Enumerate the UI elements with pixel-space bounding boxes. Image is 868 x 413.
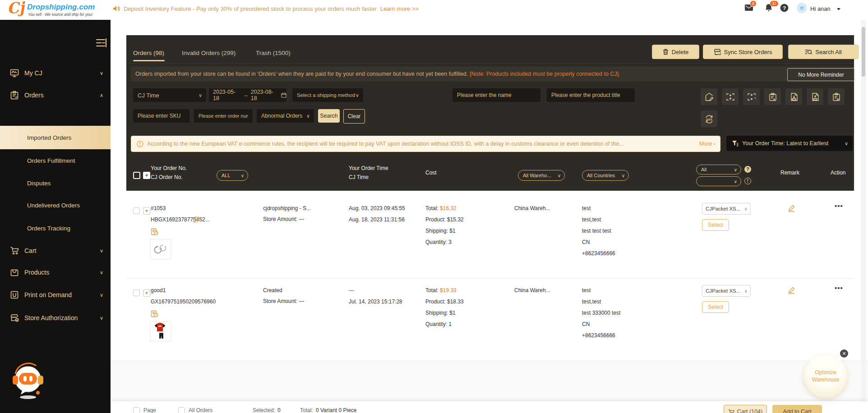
store-filter-select[interactable]: ALL ∨ [217,170,248,181]
expand-row-button[interactable]: + [143,207,150,215]
batch-edit-address-icon[interactable] [701,88,717,105]
expand-row-button[interactable]: + [143,289,150,297]
time-type-select[interactable]: CJ Time ∨ [133,88,206,102]
content-bottom-spacer [111,361,868,402]
sidebar-item-print-on-demand[interactable]: Print on Demand ∨ [0,286,111,304]
chevron-down-icon: ∨ [100,292,103,298]
countries-filter-value: All Countries [587,173,622,178]
warehouse-filter-select[interactable]: All Wareho... ∨ [518,170,565,181]
create-order-icon[interactable] [764,88,781,105]
select-warehouse-button[interactable]: Select [702,301,729,313]
delete-button[interactable]: Delete [652,45,699,59]
calendar-icon [281,92,286,98]
sidebar-item-store-authorization[interactable]: Store Authorization ∨ [0,309,111,327]
row-checkbox[interactable] [133,207,140,214]
product-title-input[interactable] [547,88,635,102]
orders-icon [10,91,19,100]
page-checkbox[interactable] [133,407,140,413]
sidebar-item-disputes[interactable]: Disputes [0,173,111,193]
recipient-address: test 333000 test [582,310,620,316]
status-filter-select[interactable]: All ∨ [696,165,741,174]
no-more-reminder-button[interactable]: No More Reminder [787,68,855,81]
countries-filter-select[interactable]: All Countries ∨ [582,170,629,181]
clear-button[interactable]: Clear [343,109,365,124]
sidebar-item-orders[interactable]: Orders ∧ [0,86,111,104]
sync-store-orders-button[interactable]: Sync Store Orders [703,45,783,59]
avatar[interactable] [797,3,807,13]
collapse-sidebar-icon[interactable] [96,38,107,48]
select-all-checkbox[interactable] [133,172,140,179]
sidebar-item-cart[interactable]: Cart ∨ [0,242,111,260]
all-orders-checkbox[interactable] [178,407,185,413]
select-warehouse-button[interactable]: Select [702,219,729,231]
help-icon[interactable]: ? [780,4,789,12]
status-help-icon[interactable]: ? [744,166,751,173]
expand-all-rows-button[interactable]: + [143,172,150,179]
abnormal-orders-select[interactable]: Abnormal Orders ∨ [257,109,314,123]
expand-all-icon[interactable] [722,88,739,105]
chevron-down-icon: ∨ [744,206,748,211]
cart-button[interactable]: Cart (104) [724,405,767,413]
sidebar-item-products[interactable]: Products ∨ [0,263,111,281]
date-range-picker[interactable]: 2023-05-18 → 2023-08-18 [209,88,286,102]
name-input[interactable] [452,88,540,102]
date-from-value: 2023-05-18 [213,89,240,101]
cancel-orders-icon[interactable] [828,88,845,105]
sidebar-item-imported-orders[interactable]: Imported Orders [0,126,111,149]
scrollbar-thumb[interactable] [862,27,865,77]
vat-notice-text: According to the new European VAT e-comm… [147,141,697,147]
vat-more-link[interactable]: More › [699,141,716,147]
order-history-icon[interactable] [151,228,158,235]
scrollbar-track[interactable] [861,20,866,413]
chevron-up-icon: ∧ [100,92,103,98]
store-amount: Store Amount: --- [263,298,304,304]
copy-icon[interactable] [193,216,199,223]
dashboard-icon [10,69,19,78]
export-excel-icon[interactable]: Excel [785,88,802,105]
sidebar-item-orders-fulfillment[interactable]: Orders Fulfillment [0,151,111,170]
chevron-down-icon: ∨ [100,248,103,254]
date-arrow-icon: → [243,92,249,98]
delete-button-label: Delete [672,49,689,55]
search-button[interactable]: Search [318,109,340,123]
close-icon[interactable]: ✕ [840,349,848,358]
total-label: Total: [300,407,313,413]
sidebar-item-orders-tracking[interactable]: Orders Tracking [0,218,111,238]
order-number-input[interactable] [194,109,253,123]
import-excel-icon[interactable]: Excel [807,88,823,105]
shipping-method-select[interactable]: Select a shipping method ∨ [292,88,363,102]
sidebar-item-undelivered-orders[interactable]: Undelivered Orders [0,195,111,215]
chevron-down-icon: ∨ [100,315,103,321]
secondary-filter-select[interactable]: ∨ [696,176,741,186]
no-more-reminder-label: No More Reminder [798,72,844,78]
ioss-sync-icon[interactable]: IOSS [701,110,717,127]
announcement-learn-more-link[interactable]: Learn more >> [380,5,419,12]
support-chat-mascot[interactable] [9,358,48,400]
tab-invalid-orders[interactable]: Invalid Orders (299) [182,50,235,56]
import-notice-text: Orders imported from your store can be f… [135,71,468,77]
shipping-method-row-select[interactable]: CJPacket XS... ∨ [702,203,751,215]
collapse-all-icon[interactable] [743,88,760,105]
row-actions-menu[interactable]: ••• [835,284,843,292]
tab-orders[interactable]: Orders (98) [133,50,164,56]
remark-edit-icon[interactable] [787,286,796,294]
remark-edit-icon[interactable] [787,204,796,212]
filter-warning-icon[interactable]: ! [744,178,751,184]
shipping-method-row-select[interactable]: CJPacket XS... ∨ [702,285,751,297]
search-all-button[interactable]: Search All [788,45,859,59]
row-actions-menu[interactable]: ••• [835,202,843,210]
order-history-icon[interactable] [151,310,158,317]
product-thumbnail[interactable] [150,321,171,342]
tab-trash[interactable]: Trash (1500) [256,50,291,56]
user-greeting[interactable]: Hi anan [810,5,831,12]
optimize-warehouse-bubble[interactable]: Optimize Warehouse [804,354,847,398]
sku-input[interactable] [133,109,189,123]
shipping-method-row-value: CJPacket XS... [706,206,744,211]
add-to-cart-button[interactable]: Add to Cart [772,405,822,413]
row-checkbox[interactable] [133,289,140,296]
user-menu-caret-icon[interactable] [837,8,840,10]
sidebar-item-my-cj[interactable]: My CJ ∨ [0,64,111,82]
order-time-sort-select[interactable]: Your Order Time: Latest to Earliest ∨ [726,136,853,151]
product-thumbnail[interactable] [150,239,171,260]
chevron-down-icon: ∨ [734,179,737,184]
